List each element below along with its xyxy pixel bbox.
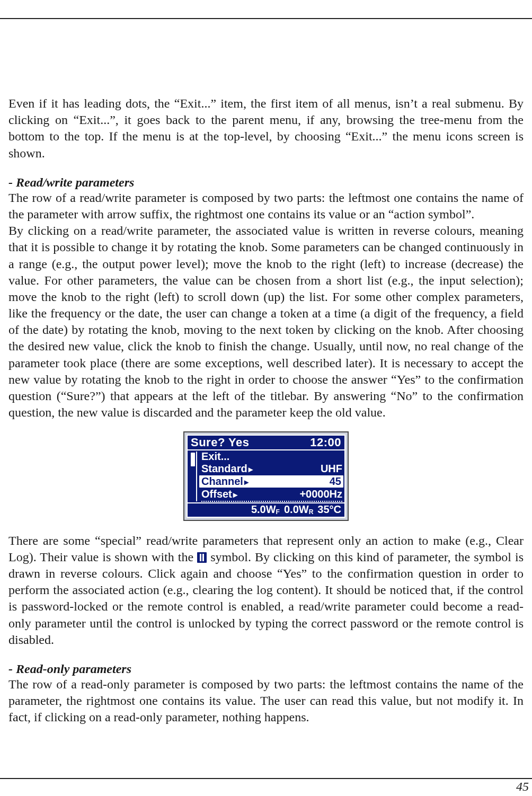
action-symbol-icon	[197, 552, 207, 563]
read-only-paragraph: The row of a read-only parameter is comp…	[8, 676, 524, 726]
lcd-status-ref: 0.0WR	[284, 503, 313, 516]
lcd-dotted-divider	[201, 501, 342, 502]
document-page: Even if it has leading dots, the “Exit..…	[0, 0, 532, 796]
lcd-row-standard: Standard▸ UHF	[199, 463, 344, 475]
intro-paragraph: Even if it has leading dots, the “Exit..…	[8, 95, 524, 162]
heading-read-write: - Read/write parameters	[8, 175, 524, 190]
lcd-body: Exit... Standard▸ UHF Channel▸ 45	[188, 449, 344, 503]
lcd-rows: Exit... Standard▸ UHF Channel▸ 45	[199, 450, 344, 502]
arrow-icon: ▸	[233, 490, 237, 499]
lcd-scrollbar	[190, 452, 197, 501]
bottom-divider	[0, 778, 532, 779]
page-content: Even if it has leading dots, the “Exit..…	[8, 95, 524, 726]
page-number: 45	[516, 780, 529, 794]
arrow-icon: ▸	[244, 477, 249, 487]
lcd-statusbar: 5.0WF 0.0WR 35°C	[188, 503, 344, 517]
lcd-titlebar: Sure? Yes 12:00	[188, 436, 344, 449]
arrow-icon: ▸	[249, 465, 253, 474]
lcd-row-channel: Channel▸ 45	[199, 475, 343, 488]
lcd-screen: Sure? Yes 12:00 Exit...	[187, 435, 345, 517]
lcd-row-exit: Exit...	[199, 450, 344, 463]
lcd-scroll-thumb	[191, 453, 195, 466]
read-write-after-paragraph: There are some “special” read/write para…	[8, 533, 524, 648]
top-divider	[0, 18, 532, 19]
lcd-title-clock: 12:00	[310, 436, 341, 449]
lcd-row-offset: Offset▸ +0000Hz	[199, 488, 344, 500]
lcd-status-fwd: 5.0WF	[251, 503, 280, 516]
heading-read-only: - Read-only parameters	[8, 662, 524, 676]
read-write-paragraph: The row of a read/write parameter is com…	[8, 190, 524, 421]
lcd-status-temp: 35°C	[317, 503, 341, 516]
lcd-figure: Sure? Yes 12:00 Exit...	[183, 431, 349, 520]
lcd-title-left: Sure? Yes	[191, 436, 250, 449]
